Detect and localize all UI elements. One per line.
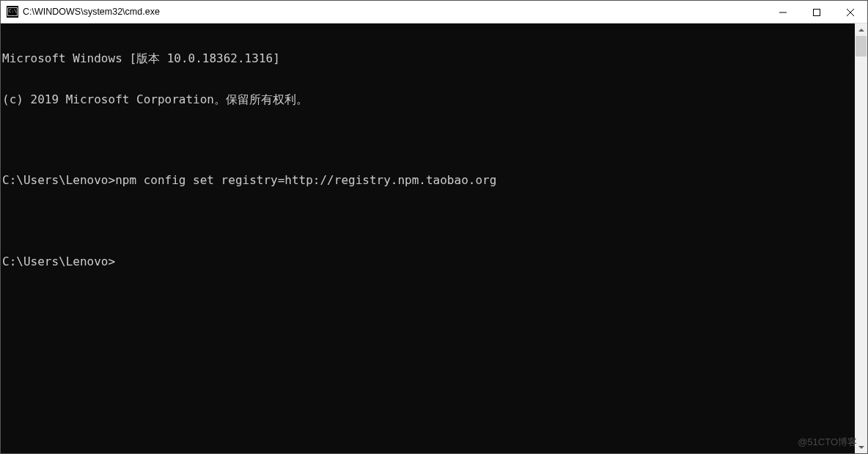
chevron-up-icon	[858, 29, 864, 32]
minimize-icon	[779, 9, 787, 16]
window-controls	[766, 1, 867, 23]
maximize-icon	[813, 9, 820, 16]
terminal-output[interactable]: Microsoft Windows [版本 10.0.18362.1316] (…	[1, 23, 855, 453]
svg-rect-1	[814, 9, 820, 15]
terminal-line	[2, 215, 855, 228]
svg-marker-5	[858, 446, 864, 449]
app-icon	[7, 6, 18, 18]
window-title: C:\WINDOWS\system32\cmd.exe	[23, 7, 766, 17]
cmd-window: C:\WINDOWS\system32\cmd.exe Microsoft Wi…	[0, 0, 868, 454]
terminal-line: Microsoft Windows [版本 10.0.18362.1316]	[2, 52, 855, 66]
terminal-line: C:\Users\Lenovo>npm config set registry=…	[2, 174, 855, 188]
chevron-down-icon	[858, 446, 864, 449]
svg-marker-4	[858, 29, 864, 32]
terminal-line: C:\Users\Lenovo>	[2, 255, 855, 269]
scroll-down-button[interactable]	[855, 441, 867, 453]
maximize-button[interactable]	[800, 1, 834, 23]
terminal-line	[2, 133, 855, 147]
vertical-scrollbar[interactable]	[855, 23, 867, 453]
scrollbar-thumb[interactable]	[856, 36, 867, 56]
titlebar[interactable]: C:\WINDOWS\system32\cmd.exe	[1, 1, 867, 23]
close-icon	[847, 9, 854, 16]
minimize-button[interactable]	[766, 1, 800, 23]
terminal-line: (c) 2019 Microsoft Corporation。保留所有权利。	[2, 93, 855, 107]
scroll-up-button[interactable]	[855, 23, 867, 36]
close-button[interactable]	[834, 1, 867, 23]
client-area: Microsoft Windows [版本 10.0.18362.1316] (…	[1, 23, 867, 453]
